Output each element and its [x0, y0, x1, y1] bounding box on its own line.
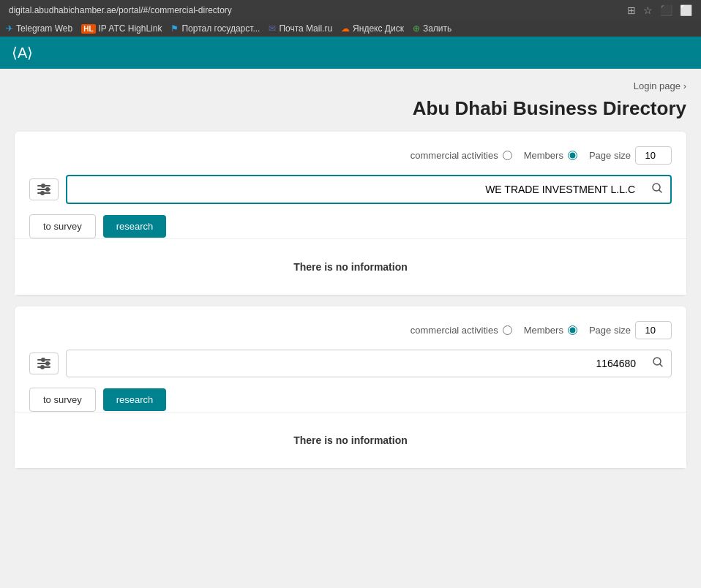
page-title: Abu Dhabi Business Directory — [15, 97, 686, 120]
research-button-1[interactable]: research — [103, 215, 167, 238]
radio-members-1[interactable] — [568, 151, 577, 160]
radio-members-label-1: Members — [524, 150, 563, 161]
radio-commercial-group-2: commercial activities — [411, 325, 512, 336]
url-text: digital.abudhabichamber.ae/portal/#/comm… — [9, 5, 627, 15]
bookmark-gosuslugi[interactable]: ⚑ Портал государст... — [170, 23, 260, 34]
action-buttons-1: to survey research — [29, 214, 672, 238]
results-area-1: There is no information — [15, 238, 686, 295]
address-bar: digital.abudhabichamber.ae/portal/#/comm… — [0, 0, 701, 20]
radio-commercial-label-2: commercial activities — [411, 325, 498, 336]
browser-icons: ⊞ ☆ ⬛ ⬜ — [627, 4, 692, 16]
radio-commercial-1[interactable] — [503, 151, 512, 160]
survey-button-1[interactable]: to survey — [29, 214, 96, 238]
page-size-input-1[interactable] — [635, 146, 672, 165]
gosuslugi-icon: ⚑ — [170, 23, 179, 34]
hl-icon: HL — [81, 24, 95, 34]
page-size-group-1: Page size — [589, 146, 672, 165]
radio-members-group-2: Members — [524, 325, 577, 336]
radio-commercial-2[interactable] — [503, 325, 512, 335]
menu-icon[interactable]: ⬜ — [680, 4, 692, 16]
research-button-2[interactable]: research — [103, 388, 167, 411]
radio-commercial-label-1: commercial activities — [411, 150, 498, 161]
radio-members-label-2: Members — [524, 325, 563, 336]
page-size-label-1: Page size — [589, 150, 631, 161]
results-area-2: There is no information — [15, 412, 686, 468]
no-info-text-2: There is no information — [293, 434, 408, 446]
yandex-icon: ☁ — [341, 23, 350, 34]
page-size-input-2[interactable] — [635, 321, 672, 339]
bookmark-yandex[interactable]: ☁ Яндекс Диск — [341, 23, 404, 34]
bookmark-zalit-label: Залить — [423, 23, 451, 34]
extensions-icon[interactable]: ⬛ — [660, 4, 672, 16]
search-card-2: commercial activities Members Page size — [15, 306, 686, 468]
sliders-icon-1 — [37, 185, 50, 194]
bookmark-hl-label: IP ATC HighLink — [99, 23, 162, 34]
translate-icon[interactable]: ⟨A⟩ — [12, 44, 33, 61]
bookmark-hl[interactable]: HL IP ATC HighLink — [81, 23, 162, 34]
bookmark-mail[interactable]: ✉ Почта Mail.ru — [269, 23, 332, 34]
login-chevron-icon: › — [683, 80, 686, 91]
star-icon[interactable]: ☆ — [643, 4, 653, 16]
radio-members-group-1: Members — [524, 150, 577, 161]
radio-members-2[interactable] — [568, 325, 577, 335]
search-input-1[interactable] — [67, 176, 644, 203]
radio-commercial-group-1: commercial activities — [411, 150, 512, 161]
sliders-icon-2 — [37, 359, 50, 368]
telegram-icon: ✈ — [6, 23, 13, 34]
search-input-2[interactable] — [67, 350, 645, 377]
page-size-label-2: Page size — [589, 325, 631, 336]
translate-browser-icon[interactable]: ⊞ — [627, 4, 636, 16]
login-page-link[interactable]: Login page — [634, 80, 681, 91]
filter-row-1: commercial activities Members Page size — [29, 146, 672, 165]
bookmark-mail-label: Почта Mail.ru — [279, 23, 332, 34]
bookmark-yandex-label: Яндекс Диск — [353, 23, 404, 34]
zalit-icon: ⊕ — [413, 23, 420, 34]
search-row-1 — [29, 175, 672, 204]
search-input-wrapper-2 — [66, 350, 672, 377]
mail-icon: ✉ — [269, 23, 276, 34]
search-row-2 — [29, 350, 672, 377]
no-info-text-1: There is no information — [293, 261, 408, 273]
search-button-1[interactable] — [644, 176, 670, 203]
search-button-2[interactable] — [645, 350, 671, 377]
browser-chrome: digital.abudhabichamber.ae/portal/#/comm… — [0, 0, 701, 37]
bookmarks-bar: ✈ Telegram Web HL IP ATC HighLink ⚑ Порт… — [0, 20, 701, 37]
bookmark-zalit[interactable]: ⊕ Залить — [413, 23, 451, 34]
page-size-group-2: Page size — [589, 321, 672, 339]
filter-row-2: commercial activities Members Page size — [29, 321, 672, 339]
filter-options-button-2[interactable] — [29, 353, 59, 374]
action-buttons-2: to survey research — [29, 388, 672, 412]
main-content: Login page › Abu Dhabi Business Director… — [0, 69, 701, 566]
svg-line-3 — [660, 364, 663, 367]
filter-options-button-1[interactable] — [29, 178, 59, 200]
app-header: ⟨A⟩ — [0, 37, 701, 69]
login-link-row: Login page › — [15, 80, 686, 91]
svg-line-1 — [659, 190, 662, 193]
bookmark-telegram[interactable]: ✈ Telegram Web — [6, 23, 72, 34]
bookmark-gosuslugi-label: Портал государст... — [181, 23, 260, 34]
search-card-1: commercial activities Members Page size — [15, 132, 686, 295]
survey-button-2[interactable]: to survey — [29, 388, 96, 412]
search-input-wrapper-1 — [66, 175, 672, 204]
bookmark-telegram-label: Telegram Web — [16, 23, 72, 34]
